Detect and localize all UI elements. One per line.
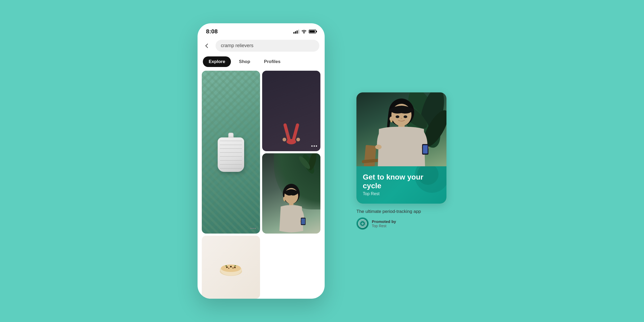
- signal-icon: [293, 29, 299, 34]
- ad-title: Get to know your cycle: [363, 173, 440, 190]
- promoted-by-text: Promoted by Top Rest: [372, 219, 396, 228]
- status-bar: 8:08: [198, 23, 325, 38]
- more-options-icon-yoga[interactable]: •••: [311, 144, 318, 149]
- svg-point-23: [232, 267, 234, 269]
- phone-mockup: 8:08 cramp relievers: [198, 23, 325, 299]
- svg-point-39: [396, 115, 399, 118]
- ad-card-container: Get to know your cycle Top Rest The ulti…: [356, 92, 446, 230]
- status-icons: [293, 29, 316, 34]
- wifi-icon: [301, 29, 307, 34]
- svg-point-40: [404, 115, 407, 118]
- tab-shop[interactable]: Shop: [233, 56, 256, 67]
- promoted-row: Promoted by Top Rest: [356, 217, 446, 230]
- tab-explore[interactable]: Explore: [203, 56, 231, 67]
- food-bowl-icon: [218, 257, 244, 278]
- grid-item-woman[interactable]: [262, 153, 320, 234]
- tab-profiles[interactable]: Profiles: [258, 56, 286, 67]
- svg-point-22: [228, 268, 229, 269]
- content-grid: ••• •••: [198, 71, 325, 299]
- more-options-icon-hwb[interactable]: •••: [250, 226, 256, 231]
- status-time: 8:08: [206, 28, 218, 35]
- woman-figure-icon: [273, 183, 310, 234]
- search-area: cramp relievers: [198, 38, 325, 55]
- grid-item-hot-water-bottle[interactable]: •••: [202, 71, 260, 234]
- svg-point-18: [221, 265, 241, 272]
- search-query: cramp relievers: [221, 43, 253, 48]
- ad-card[interactable]: Get to know your cycle Top Rest: [356, 92, 446, 204]
- tab-bar: Explore Shop Profiles: [198, 55, 325, 71]
- svg-point-38: [390, 120, 392, 122]
- svg-point-19: [226, 266, 228, 268]
- search-bar[interactable]: cramp relievers: [216, 40, 319, 52]
- ad-subtitle: Top Rest: [363, 191, 440, 196]
- svg-point-0: [304, 33, 305, 34]
- svg-rect-14: [301, 218, 305, 224]
- svg-point-5: [296, 138, 300, 141]
- brand-logo: [356, 217, 369, 230]
- svg-rect-35: [423, 145, 427, 153]
- ad-description: The ultimate period-tracking app: [356, 209, 446, 214]
- promoted-by-label: Promoted by: [372, 219, 396, 224]
- svg-point-16: [284, 200, 285, 201]
- back-arrow-icon: [205, 43, 210, 48]
- yoga-pose-icon: [281, 118, 302, 147]
- svg-point-4: [283, 138, 286, 141]
- back-button[interactable]: [203, 41, 212, 51]
- grid-item-yoga[interactable]: •••: [262, 71, 320, 151]
- svg-point-21: [234, 267, 236, 268]
- battery-icon: [309, 30, 316, 33]
- ad-card-banner: Get to know your cycle Top Rest: [356, 166, 446, 204]
- plant-leaves-icon: [298, 153, 319, 177]
- promoted-by-name: Top Rest: [372, 224, 396, 228]
- svg-point-20: [230, 266, 232, 267]
- ad-info: The ultimate period-tracking app Promote…: [356, 209, 446, 230]
- grid-item-food[interactable]: [202, 236, 260, 299]
- svg-point-36: [375, 145, 382, 149]
- ad-card-image: Get to know your cycle Top Rest: [356, 92, 446, 204]
- mandala-icon: [358, 219, 367, 228]
